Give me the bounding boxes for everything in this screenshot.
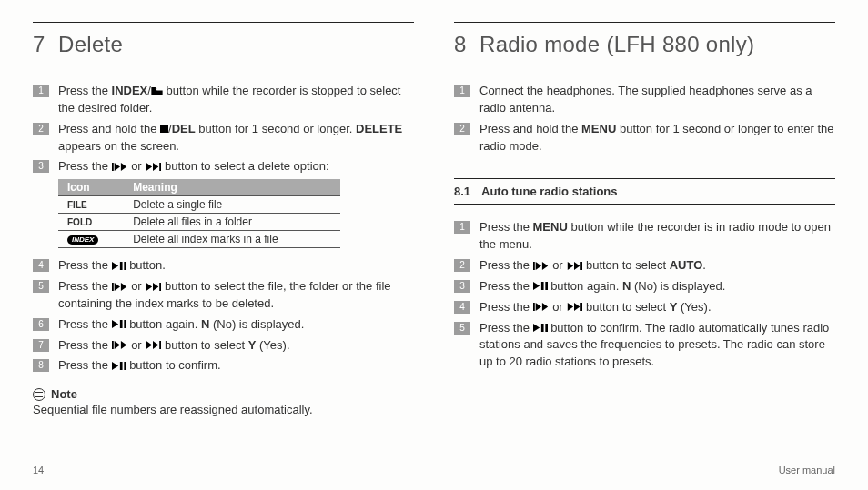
section-number: 8 (454, 32, 479, 57)
subsection-heading: 8.1Auto tune radio stations (454, 178, 835, 205)
next-icon (566, 303, 582, 311)
meaning-cell: Delete all index marks in a file (124, 231, 340, 248)
step-number: 8 (33, 359, 49, 372)
step: 8Press the button to confirm. (33, 357, 414, 375)
playpause-icon (112, 362, 126, 370)
step: 3Press the or button to select a delete … (33, 158, 414, 175)
subsection-number: 8.1 (454, 185, 481, 198)
step-number: 2 (33, 123, 49, 135)
step-text: Press the or button to select the file, … (58, 278, 414, 313)
step: 2Press the or button to select AUTO. (454, 257, 835, 275)
note-text: Sequential file numbers are reassigned a… (33, 403, 414, 416)
step: 1Connect the headphones. The supplied he… (454, 83, 835, 117)
step-number: 1 (33, 85, 49, 97)
note-label: Note (51, 387, 77, 401)
icon-meaning-table: Icon Meaning FILEDelete a single fileFOL… (58, 179, 340, 248)
page-footer: 14 User manual (0, 465, 868, 490)
playpause-icon (112, 262, 126, 270)
step-number: 4 (33, 259, 49, 272)
footer-label: User manual (779, 465, 835, 475)
step-text: Press the button to confirm. The radio a… (479, 320, 835, 372)
table-head-icon: Icon (58, 179, 124, 196)
next-icon (145, 163, 161, 171)
step: 7Press the or button to select Y (Yes). (33, 337, 414, 355)
playpause-icon (112, 320, 126, 328)
step-number: 1 (454, 85, 470, 97)
step-text: Press the INDEX/ button while the record… (58, 83, 414, 117)
section-title: Delete (58, 32, 123, 56)
step-text: Press the or button to select Y (Yes). (58, 337, 414, 355)
left-column: 7Delete 1Press the INDEX/ button while t… (33, 22, 414, 454)
page-number: 14 (33, 465, 44, 475)
folder-icon (151, 87, 163, 95)
radio-intro-steps: 1Connect the headphones. The supplied he… (454, 83, 835, 155)
table-row: FILEDelete a single file (58, 196, 340, 214)
step-number: 2 (454, 259, 470, 272)
next-icon (145, 341, 161, 349)
top-rule (454, 22, 835, 23)
index-pill-icon: INDEX (67, 235, 98, 245)
step-number: 6 (33, 318, 49, 331)
section-title: Radio mode (LFH 880 only) (479, 32, 754, 56)
step-text: Press the or button to select AUTO. (479, 257, 835, 275)
step-text: Press and hold the MENU button for 1 sec… (479, 121, 835, 155)
step-text: Press the MENU button while the recorder… (479, 219, 835, 254)
step-number: 5 (33, 280, 49, 293)
step: 5Press the or button to select the file,… (33, 278, 414, 313)
step: 4Press the or button to select Y (Yes). (454, 299, 835, 316)
step: 5Press the button to confirm. The radio … (454, 320, 835, 372)
step-number: 2 (454, 123, 470, 135)
delete-steps-a: 1Press the INDEX/ button while the recor… (33, 83, 414, 175)
step-number: 4 (454, 301, 470, 314)
section-number: 7 (33, 32, 58, 57)
prev-icon (112, 283, 128, 291)
next-icon (145, 283, 161, 291)
note-icon (33, 388, 45, 401)
playpause-icon (533, 324, 548, 332)
section-7-heading: 7Delete (33, 32, 414, 57)
step-number: 7 (33, 339, 49, 352)
step: 4Press the button. (33, 257, 414, 275)
table-row: FOLDDelete all files in a folder (58, 214, 340, 231)
step-text: Press the button. (58, 257, 414, 275)
right-column: 8Radio mode (LFH 880 only) 1Connect the … (454, 22, 835, 454)
delete-steps-b: 4Press the button.5Press the or button t… (33, 257, 414, 375)
step-number: 5 (454, 322, 470, 335)
table-row: INDEXDelete all index marks in a file (58, 231, 340, 248)
step-text: Press the or button to select Y (Yes). (479, 299, 835, 316)
playpause-icon (533, 282, 548, 290)
icon-cell: INDEX (58, 231, 124, 248)
step-text: Press the button again. N (No) is displa… (58, 316, 414, 334)
step-text: Press the button again. N (No) is displa… (479, 278, 835, 295)
step: 2Press and hold the MENU button for 1 se… (454, 121, 835, 155)
next-icon (566, 262, 582, 270)
stop-icon (160, 125, 168, 133)
step: 2Press and hold the /DEL button for 1 se… (33, 121, 414, 155)
step: 3Press the button again. N (No) is displ… (454, 278, 835, 295)
auto-tune-steps: 1Press the MENU button while the recorde… (454, 219, 835, 371)
step: 1Press the MENU button while the recorde… (454, 219, 835, 254)
step-text: Connect the headphones. The supplied hea… (479, 83, 835, 117)
top-rule (33, 22, 414, 23)
prev-icon (533, 303, 550, 311)
prev-icon (533, 262, 550, 270)
step: 1Press the INDEX/ button while the recor… (33, 83, 414, 117)
table-head-meaning: Meaning (124, 179, 340, 196)
prev-icon (112, 341, 128, 349)
step: 6Press the button again. N (No) is displ… (33, 316, 414, 334)
step-number: 1 (454, 221, 470, 234)
step-text: Press the or button to select a delete o… (58, 158, 414, 175)
prev-icon (112, 163, 128, 171)
step-text: Press the button to confirm. (58, 357, 414, 375)
meaning-cell: Delete all files in a folder (124, 214, 340, 231)
step-text: Press and hold the /DEL button for 1 sec… (58, 121, 414, 155)
icon-table-body: FILEDelete a single fileFOLDDelete all f… (58, 196, 340, 248)
meaning-cell: Delete a single file (124, 196, 340, 214)
section-8-heading: 8Radio mode (LFH 880 only) (454, 32, 835, 57)
icon-cell: FILE (58, 196, 124, 214)
step-number: 3 (454, 280, 470, 293)
note-heading: Note (33, 387, 414, 401)
step-number: 3 (33, 160, 49, 173)
subsection-title: Auto tune radio stations (481, 185, 618, 198)
icon-cell: FOLD (58, 214, 124, 231)
